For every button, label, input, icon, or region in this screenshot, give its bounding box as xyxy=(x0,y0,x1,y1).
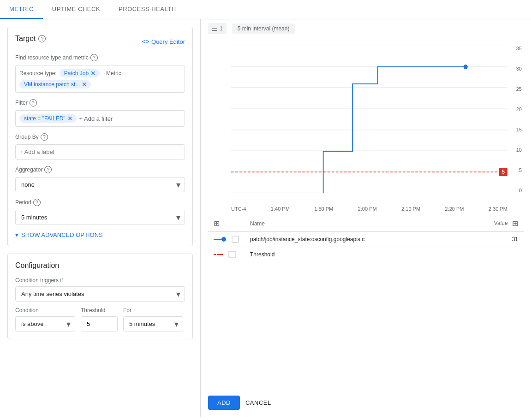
target-help-icon[interactable]: ? xyxy=(38,35,46,42)
resource-type-close-icon[interactable]: ✕ xyxy=(90,70,96,77)
group-by-input[interactable] xyxy=(15,144,185,160)
period-help-icon[interactable]: ? xyxy=(33,199,41,206)
advanced-options-label: SHOW ADVANCED OPTIONS xyxy=(21,231,103,238)
threshold-column: Threshold xyxy=(81,307,118,331)
find-resource-help-icon[interactable]: ? xyxy=(90,54,98,61)
svg-point-11 xyxy=(464,65,468,69)
condition-dropdown-row: is above ▾ xyxy=(15,316,75,331)
show-advanced-options-toggle[interactable]: ▾ SHOW ADVANCED OPTIONS xyxy=(15,231,185,238)
x-label-200: 2:00 PM xyxy=(358,206,377,212)
y-label-5: 5 xyxy=(519,167,522,173)
group-by-label: Group By xyxy=(15,134,39,140)
legend-name-header: Name xyxy=(245,215,463,232)
metric-row-name: patch/job/instance_state:osconfig.google… xyxy=(245,232,463,247)
chart-toolbar: ⚌ 1 5 min interval (mean) xyxy=(201,19,531,38)
filter-close-icon[interactable]: ✕ xyxy=(67,115,73,122)
metric-checkbox[interactable] xyxy=(232,236,239,243)
condition-triggers-select[interactable]: Any time series violates xyxy=(15,286,185,302)
filter-count-badge[interactable]: ⚌ 1 xyxy=(208,23,227,34)
y-label-15: 15 xyxy=(516,127,522,132)
chart-svg: 5 xyxy=(231,46,507,193)
filter-count: 1 xyxy=(220,25,223,32)
add-button[interactable]: ADD xyxy=(208,396,240,410)
x-label-220: 2:20 PM xyxy=(445,206,464,212)
legend-row-threshold: Threshold xyxy=(208,247,524,262)
condition-row: Condition is above ▾ Threshold For xyxy=(15,307,185,331)
metric-row-value: 31 xyxy=(463,232,524,247)
for-column: For 5 minutes ▾ xyxy=(123,307,183,331)
chart-container: 35 30 25 20 15 10 5 0 xyxy=(208,46,524,202)
footer: ADD CANCEL xyxy=(201,388,531,417)
filter-chip-area: state = "FAILED" ✕ + Add a filter xyxy=(15,110,185,127)
columns-icon[interactable]: ⊞ xyxy=(214,219,220,227)
condition-triggers-field-label: Condition triggers if xyxy=(15,277,185,284)
tab-process-health[interactable]: PROCESS HEALTH xyxy=(109,0,185,19)
metric-close-icon[interactable]: ✕ xyxy=(82,81,87,88)
x-label-210: 2:10 PM xyxy=(401,206,420,212)
x-label-150: 1:50 PM xyxy=(314,206,333,212)
threshold-input[interactable] xyxy=(81,316,118,331)
chevron-down-icon: ▾ xyxy=(15,231,18,238)
condition-column: Condition is above ▾ xyxy=(15,307,75,331)
aggregator-select[interactable]: none xyxy=(15,177,185,192)
legend-table: ⊞ Name Value ⊞ xyxy=(208,215,524,262)
condition-label: Condition xyxy=(15,307,75,314)
legend-metric-indicator xyxy=(214,236,239,243)
legend-name-col-header: ⊞ xyxy=(208,215,245,232)
svg-text:5: 5 xyxy=(502,169,505,175)
y-label-30: 30 xyxy=(516,66,522,71)
condition-triggers-dropdown-row: Any time series violates ▾ xyxy=(15,286,185,302)
period-select[interactable]: 5 minutes xyxy=(15,210,185,225)
y-label-10: 10 xyxy=(516,147,522,153)
y-axis: 35 30 25 20 15 10 5 0 xyxy=(507,46,524,193)
filter-label: Filter xyxy=(15,100,28,106)
add-filter-label[interactable]: + Add a filter xyxy=(79,115,113,122)
x-label-140: 1:40 PM xyxy=(271,206,290,212)
configuration-section: Configuration Condition triggers if Any … xyxy=(7,254,193,339)
target-title: Target xyxy=(15,35,36,43)
aggregator-label: Aggregator xyxy=(15,166,42,173)
cancel-button[interactable]: CANCEL xyxy=(245,399,271,406)
y-label-0: 0 xyxy=(519,188,522,193)
target-section: Target ? <> Query Editor Find resource t… xyxy=(7,27,193,246)
threshold-label: Threshold xyxy=(81,307,118,314)
threshold-row-value xyxy=(463,247,524,262)
for-label: For xyxy=(123,307,183,314)
x-axis: UTC-4 1:40 PM 1:50 PM 2:00 PM 2:10 PM 2:… xyxy=(208,204,524,212)
resource-type-label: Resource type: xyxy=(19,70,57,77)
for-dropdown-row: 5 minutes ▾ xyxy=(123,316,183,331)
resource-type-chip[interactable]: Patch Job ✕ xyxy=(60,69,100,77)
for-select[interactable]: 5 minutes xyxy=(123,316,183,331)
left-panel: Target ? <> Query Editor Find resource t… xyxy=(0,19,201,417)
metric-chip[interactable]: VM instance patch st... ✕ xyxy=(19,80,91,89)
state-filter-chip[interactable]: state = "FAILED" ✕ xyxy=(19,114,77,123)
query-editor-label: Query Editor xyxy=(151,38,185,45)
group-by-help-icon[interactable]: ? xyxy=(41,133,48,141)
legend-row-metric: patch/job/instance_state:osconfig.google… xyxy=(208,232,524,247)
x-label-230: 2:30 PM xyxy=(489,206,507,212)
find-resource-label: Find resource type and metric xyxy=(15,54,89,61)
interval-badge[interactable]: 5 min interval (mean) xyxy=(232,24,295,34)
threshold-checkbox[interactable] xyxy=(228,251,236,258)
query-editor-button[interactable]: <> Query Editor xyxy=(142,38,185,45)
configuration-title: Configuration xyxy=(15,261,185,270)
y-label-20: 20 xyxy=(516,106,522,112)
aggregator-dropdown-row: none ▾ xyxy=(15,177,185,192)
aggregator-help-icon[interactable]: ? xyxy=(44,166,52,173)
chart-area: 35 30 25 20 15 10 5 0 xyxy=(201,38,531,388)
y-label-35: 35 xyxy=(516,46,522,51)
interval-label: 5 min interval (mean) xyxy=(238,25,290,32)
columns-toggle-icon[interactable]: ⊞ xyxy=(512,219,518,227)
filter-help-icon[interactable]: ? xyxy=(30,99,37,106)
right-panel: ⚌ 1 5 min interval (mean) 35 30 25 20 15… xyxy=(201,19,531,417)
threshold-row-name: Threshold xyxy=(245,247,463,262)
resource-metric-chip-area: Resource type: Patch Job ✕ Metric: VM in… xyxy=(15,65,185,93)
tab-uptime-check[interactable]: UPTIME CHECK xyxy=(43,0,109,19)
period-label: Period xyxy=(15,199,31,206)
filter-icon: ⚌ xyxy=(212,25,218,32)
legend-value-header: Value ⊞ xyxy=(463,215,524,232)
tab-metric[interactable]: METRIC xyxy=(0,0,43,19)
legend-threshold-indicator xyxy=(214,251,239,258)
condition-select[interactable]: is above xyxy=(15,316,75,331)
metric-label: Metric: xyxy=(106,70,123,77)
